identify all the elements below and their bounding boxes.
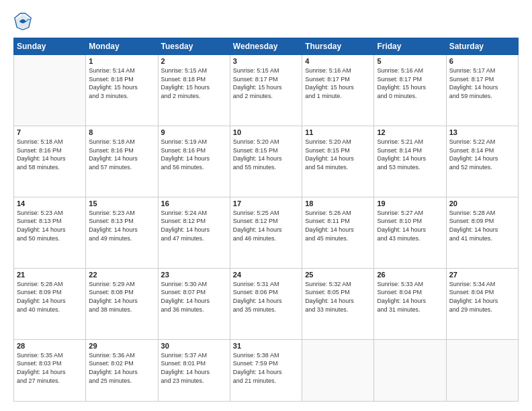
day-number: 21	[17, 271, 83, 279]
calendar-day-cell: 28Sunrise: 5:35 AM Sunset: 8:03 PM Dayli…	[14, 339, 86, 401]
day-number: 8	[89, 128, 154, 136]
calendar-day-cell: 20Sunrise: 5:28 AM Sunset: 8:09 PM Dayli…	[446, 197, 518, 268]
day-info: Sunrise: 5:30 AM Sunset: 8:07 PM Dayligh…	[161, 280, 227, 314]
day-info: Sunrise: 5:21 AM Sunset: 8:14 PM Dayligh…	[377, 138, 443, 171]
day-number: 19	[377, 199, 443, 208]
calendar-day-cell: 5Sunrise: 5:16 AM Sunset: 8:17 PM Daylig…	[374, 55, 446, 126]
day-number: 13	[449, 128, 515, 136]
day-number: 17	[233, 199, 299, 208]
day-number: 16	[161, 199, 227, 208]
day-number: 22	[89, 271, 154, 279]
day-number: 26	[377, 271, 443, 279]
weekday-header: Tuesday	[158, 38, 230, 55]
calendar-header-row: SundayMondayTuesdayWednesdayThursdayFrid…	[14, 38, 519, 55]
calendar-day-cell: 18Sunrise: 5:26 AM Sunset: 8:11 PM Dayli…	[302, 197, 374, 268]
day-number: 10	[233, 128, 299, 136]
day-number: 2	[161, 57, 227, 65]
day-number: 18	[305, 199, 371, 208]
calendar-day-cell: 12Sunrise: 5:21 AM Sunset: 8:14 PM Dayli…	[374, 126, 446, 197]
calendar-day-cell: 3Sunrise: 5:15 AM Sunset: 8:17 PM Daylig…	[230, 55, 302, 126]
calendar-day-cell: 29Sunrise: 5:36 AM Sunset: 8:02 PM Dayli…	[86, 339, 158, 401]
day-number: 30	[161, 342, 227, 350]
day-info: Sunrise: 5:22 AM Sunset: 8:14 PM Dayligh…	[449, 138, 515, 171]
calendar-day-cell: 2Sunrise: 5:15 AM Sunset: 8:18 PM Daylig…	[158, 55, 230, 126]
weekday-header: Sunday	[14, 38, 86, 55]
calendar-day-cell: 9Sunrise: 5:19 AM Sunset: 8:16 PM Daylig…	[158, 126, 230, 197]
day-number: 24	[233, 271, 299, 279]
day-info: Sunrise: 5:16 AM Sunset: 8:17 PM Dayligh…	[377, 66, 443, 100]
day-info: Sunrise: 5:19 AM Sunset: 8:16 PM Dayligh…	[161, 138, 227, 171]
day-info: Sunrise: 5:15 AM Sunset: 8:18 PM Dayligh…	[161, 66, 227, 100]
day-info: Sunrise: 5:38 AM Sunset: 7:59 PM Dayligh…	[233, 351, 299, 385]
calendar-day-cell: 6Sunrise: 5:17 AM Sunset: 8:17 PM Daylig…	[446, 55, 518, 126]
day-number: 9	[161, 128, 227, 136]
calendar-day-cell: 22Sunrise: 5:29 AM Sunset: 8:08 PM Dayli…	[86, 268, 158, 339]
day-number: 15	[89, 199, 154, 208]
logo	[13, 12, 35, 31]
day-number: 27	[449, 271, 515, 279]
day-info: Sunrise: 5:28 AM Sunset: 8:09 PM Dayligh…	[17, 280, 83, 314]
calendar-day-cell: 30Sunrise: 5:37 AM Sunset: 8:01 PM Dayli…	[158, 339, 230, 401]
day-info: Sunrise: 5:31 AM Sunset: 8:06 PM Dayligh…	[233, 280, 299, 314]
calendar-day-cell	[374, 339, 446, 401]
day-number: 31	[233, 342, 299, 350]
day-number: 28	[17, 342, 83, 350]
day-info: Sunrise: 5:35 AM Sunset: 8:03 PM Dayligh…	[17, 351, 83, 385]
page: SundayMondayTuesdayWednesdayThursdayFrid…	[0, 0, 532, 411]
day-info: Sunrise: 5:17 AM Sunset: 8:17 PM Dayligh…	[449, 66, 515, 100]
day-number: 7	[17, 128, 83, 136]
day-number: 14	[17, 199, 83, 208]
day-info: Sunrise: 5:14 AM Sunset: 8:18 PM Dayligh…	[89, 66, 154, 100]
calendar-day-cell: 1Sunrise: 5:14 AM Sunset: 8:18 PM Daylig…	[86, 55, 158, 126]
weekday-header: Friday	[374, 38, 446, 55]
day-info: Sunrise: 5:33 AM Sunset: 8:04 PM Dayligh…	[377, 280, 443, 314]
day-number: 3	[233, 57, 299, 65]
calendar-table: SundayMondayTuesdayWednesdayThursdayFrid…	[13, 38, 519, 402]
day-number: 25	[305, 271, 371, 279]
day-info: Sunrise: 5:18 AM Sunset: 8:16 PM Dayligh…	[89, 138, 154, 171]
day-info: Sunrise: 5:37 AM Sunset: 8:01 PM Dayligh…	[161, 351, 227, 385]
day-info: Sunrise: 5:28 AM Sunset: 8:09 PM Dayligh…	[449, 209, 515, 242]
weekday-header: Thursday	[302, 38, 374, 55]
calendar-day-cell: 25Sunrise: 5:32 AM Sunset: 8:05 PM Dayli…	[302, 268, 374, 339]
day-number: 1	[89, 57, 154, 65]
day-number: 4	[305, 57, 371, 65]
calendar-day-cell: 15Sunrise: 5:23 AM Sunset: 8:13 PM Dayli…	[86, 197, 158, 268]
calendar-day-cell: 16Sunrise: 5:24 AM Sunset: 8:12 PM Dayli…	[158, 197, 230, 268]
calendar-day-cell	[446, 339, 518, 401]
calendar-day-cell: 11Sunrise: 5:20 AM Sunset: 8:15 PM Dayli…	[302, 126, 374, 197]
weekday-header: Wednesday	[230, 38, 302, 55]
calendar-day-cell: 4Sunrise: 5:16 AM Sunset: 8:17 PM Daylig…	[302, 55, 374, 126]
header	[13, 12, 519, 31]
calendar-day-cell: 26Sunrise: 5:33 AM Sunset: 8:04 PM Dayli…	[374, 268, 446, 339]
calendar-week-row: 21Sunrise: 5:28 AM Sunset: 8:09 PM Dayli…	[14, 268, 519, 339]
calendar-week-row: 7Sunrise: 5:18 AM Sunset: 8:16 PM Daylig…	[14, 126, 519, 197]
day-number: 23	[161, 271, 227, 279]
day-info: Sunrise: 5:25 AM Sunset: 8:12 PM Dayligh…	[233, 209, 299, 242]
day-info: Sunrise: 5:24 AM Sunset: 8:12 PM Dayligh…	[161, 209, 227, 242]
calendar-day-cell: 24Sunrise: 5:31 AM Sunset: 8:06 PM Dayli…	[230, 268, 302, 339]
day-info: Sunrise: 5:20 AM Sunset: 8:15 PM Dayligh…	[305, 138, 371, 171]
calendar-week-row: 28Sunrise: 5:35 AM Sunset: 8:03 PM Dayli…	[14, 339, 519, 401]
calendar-day-cell: 8Sunrise: 5:18 AM Sunset: 8:16 PM Daylig…	[86, 126, 158, 197]
calendar-day-cell: 14Sunrise: 5:23 AM Sunset: 8:13 PM Dayli…	[14, 197, 86, 268]
calendar-day-cell: 27Sunrise: 5:34 AM Sunset: 8:04 PM Dayli…	[446, 268, 518, 339]
day-number: 5	[377, 57, 443, 65]
day-info: Sunrise: 5:15 AM Sunset: 8:17 PM Dayligh…	[233, 66, 299, 100]
calendar-day-cell: 23Sunrise: 5:30 AM Sunset: 8:07 PM Dayli…	[158, 268, 230, 339]
day-info: Sunrise: 5:27 AM Sunset: 8:10 PM Dayligh…	[377, 209, 443, 242]
calendar-week-row: 14Sunrise: 5:23 AM Sunset: 8:13 PM Dayli…	[14, 197, 519, 268]
day-info: Sunrise: 5:36 AM Sunset: 8:02 PM Dayligh…	[89, 351, 154, 385]
calendar-day-cell: 21Sunrise: 5:28 AM Sunset: 8:09 PM Dayli…	[14, 268, 86, 339]
weekday-header: Saturday	[446, 38, 518, 55]
weekday-header: Monday	[86, 38, 158, 55]
day-number: 20	[449, 199, 515, 208]
day-info: Sunrise: 5:32 AM Sunset: 8:05 PM Dayligh…	[305, 280, 371, 314]
calendar-day-cell: 17Sunrise: 5:25 AM Sunset: 8:12 PM Dayli…	[230, 197, 302, 268]
day-info: Sunrise: 5:29 AM Sunset: 8:08 PM Dayligh…	[89, 280, 154, 314]
day-number: 12	[377, 128, 443, 136]
calendar-day-cell: 7Sunrise: 5:18 AM Sunset: 8:16 PM Daylig…	[14, 126, 86, 197]
calendar-day-cell: 13Sunrise: 5:22 AM Sunset: 8:14 PM Dayli…	[446, 126, 518, 197]
calendar-week-row: 1Sunrise: 5:14 AM Sunset: 8:18 PM Daylig…	[14, 55, 519, 126]
day-number: 29	[89, 342, 154, 350]
